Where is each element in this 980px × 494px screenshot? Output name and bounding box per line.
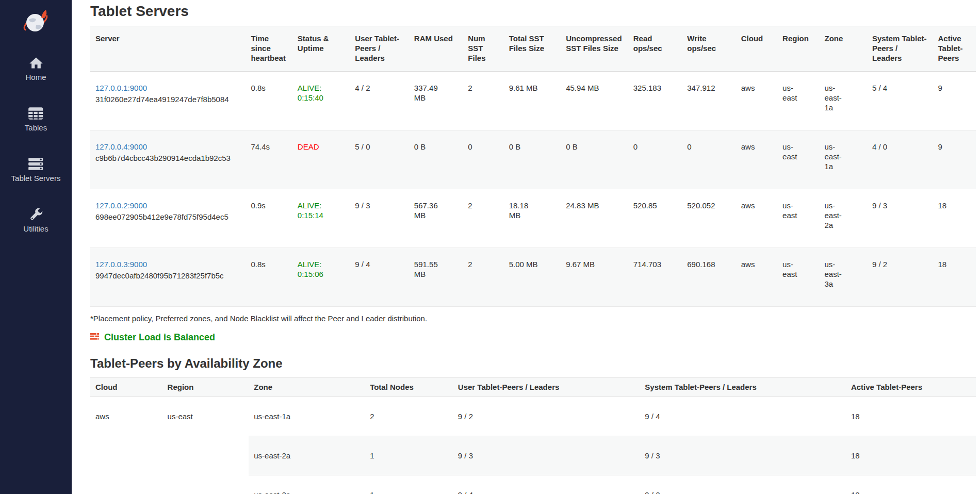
- servers-table-header-row: Server Time since heartbeat Status & Upt…: [90, 26, 976, 72]
- active-peers-cell: 9: [933, 130, 976, 189]
- num-sst-cell: 0: [463, 130, 503, 189]
- active-peers-cell: 18: [933, 189, 976, 248]
- col-header-user-peers: User Tablet-Peers / Leaders: [350, 26, 409, 72]
- col-header-system-peers: System Tablet-Peers / Leaders: [867, 26, 933, 72]
- heartbeat-cell: 0.8s: [246, 72, 292, 130]
- sidebar-item-label: Tablet Servers: [0, 174, 72, 183]
- cloud-cell: aws: [736, 72, 777, 130]
- col-header-uncompressed-sst: Uncompressed SST Files Size: [561, 26, 628, 72]
- sidebar-item-utilities[interactable]: Utilities: [0, 207, 72, 234]
- col-header-write-ops: Write ops/sec: [682, 26, 736, 72]
- table-row: 127.0.0.3:9000 9947dec0afb2480f95b71283f…: [90, 248, 976, 307]
- server-address-link[interactable]: 127.0.0.2:9000: [95, 201, 147, 210]
- col-header-sst-size: Total SST Files Size: [504, 26, 561, 72]
- server-uuid: 9947dec0afb2480f95b71283f25f7b5c: [95, 271, 240, 281]
- sidebar-item-label: Utilities: [0, 224, 72, 234]
- region-cell: us-east: [777, 189, 819, 248]
- uncompressed-sst-cell: 0 B: [561, 130, 628, 189]
- user-peers-cell: 9 / 2: [453, 397, 640, 436]
- uptime-value: 0:15:14: [298, 210, 345, 220]
- table-row: 127.0.0.1:9000 31f0260e27d74ea4919247de7…: [90, 72, 976, 130]
- active-peers-cell: 18: [846, 475, 976, 494]
- ram-cell: 591.55 MB: [409, 248, 463, 307]
- server-cell: 127.0.0.2:9000 698ee072905b412e9e78fd75f…: [90, 189, 246, 248]
- write-ops-cell: 690.168: [682, 248, 736, 307]
- uncompressed-sst-cell: 24.83 MB: [561, 189, 628, 248]
- col-header-num-sst: Num SST Files: [463, 26, 503, 72]
- active-peers-cell: 18: [933, 248, 976, 307]
- system-peers-cell: 9 / 3: [640, 436, 846, 475]
- col-header-heartbeat: Time since heartbeat: [246, 26, 292, 72]
- main-content: Tablet Servers Server Time since heartbe…: [72, 3, 980, 494]
- tablet-servers-icon: [0, 157, 72, 172]
- cluster-load-status-label: Cluster Load is Balanced: [104, 332, 215, 343]
- region-cell: us-east: [777, 72, 819, 130]
- col-header-ram: RAM Used: [409, 26, 463, 72]
- total-nodes-cell: 1: [365, 436, 453, 475]
- region-cell: us-east: [777, 248, 819, 307]
- total-nodes-cell: 1: [365, 475, 453, 494]
- read-ops-cell: 325.183: [628, 72, 682, 130]
- status-badge: ALIVE:: [298, 83, 345, 93]
- section-title-tablet-peers-by-zone: Tablet-Peers by Availability Zone: [90, 356, 976, 371]
- active-peers-cell: 18: [846, 436, 976, 475]
- server-cell: 127.0.0.4:9000 c9b6b7d4cbcc43b290914ecda…: [90, 130, 246, 189]
- read-ops-cell: 520.85: [628, 189, 682, 248]
- col-header-region: Region: [777, 26, 819, 72]
- uncompressed-sst-cell: 9.67 MB: [561, 248, 628, 307]
- cloud-cell: aws: [736, 130, 777, 189]
- cloud-cell: aws: [736, 189, 777, 248]
- region-cell: us-east: [162, 397, 249, 494]
- cluster-load-status: Cluster Load is Balanced: [90, 332, 976, 343]
- read-ops-cell: 0: [628, 130, 682, 189]
- num-sst-cell: 2: [463, 248, 503, 307]
- active-peers-cell: 9: [933, 72, 976, 130]
- col-header-zone: Zone: [819, 26, 867, 72]
- status-badge: ALIVE:: [298, 259, 345, 269]
- placement-policy-footnote: *Placement policy, Preferred zones, and …: [90, 314, 976, 323]
- load-balancer-icon: [90, 333, 99, 342]
- table-row: aws us-east us-east-1a 2 9 / 2 9 / 4 18: [90, 397, 976, 436]
- sidebar-item-home[interactable]: Home: [0, 56, 72, 82]
- status-badge: DEAD: [298, 142, 345, 152]
- status-cell: DEAD: [292, 130, 350, 189]
- sidebar: Home Tables: [0, 0, 72, 494]
- zone-cell: us-east-1a: [819, 130, 867, 189]
- system-peers-cell: 4 / 0: [867, 130, 933, 189]
- write-ops-cell: 520.052: [682, 189, 736, 248]
- write-ops-cell: 347.912: [682, 72, 736, 130]
- sst-size-cell: 0 B: [504, 130, 561, 189]
- col-header-status: Status & Uptime: [292, 26, 350, 72]
- uptime-value: 0:15:06: [298, 269, 345, 279]
- col-header-user-peers: User Tablet-Peers / Leaders: [453, 377, 640, 397]
- utilities-icon: [0, 207, 72, 223]
- cloud-cell: aws: [90, 397, 162, 494]
- server-address-link[interactable]: 127.0.0.3:9000: [95, 260, 147, 269]
- sst-size-cell: 18.18 MB: [504, 189, 561, 248]
- table-row: 127.0.0.4:9000 c9b6b7d4cbcc43b290914ecda…: [90, 130, 976, 189]
- col-header-total-nodes: Total Nodes: [365, 377, 453, 397]
- server-address-link[interactable]: 127.0.0.4:9000: [95, 142, 147, 151]
- system-peers-cell: 9 / 4: [640, 397, 846, 436]
- col-header-cloud: Cloud: [90, 377, 162, 397]
- server-address-link[interactable]: 127.0.0.1:9000: [95, 84, 147, 92]
- sidebar-item-label: Home: [0, 73, 72, 82]
- zone-cell: us-east-3a: [249, 475, 365, 494]
- zone-cell: us-east-2a: [819, 189, 867, 248]
- sidebar-item-tablet-servers[interactable]: Tablet Servers: [0, 157, 72, 183]
- yugabyte-logo[interactable]: [0, 0, 72, 41]
- region-cell: us-east: [777, 130, 819, 189]
- heartbeat-cell: 0.8s: [246, 248, 292, 307]
- home-icon: [0, 56, 72, 71]
- system-peers-cell: 9 / 2: [640, 475, 846, 494]
- sidebar-item-tables[interactable]: Tables: [0, 106, 72, 133]
- zone-cell: us-east-1a: [819, 72, 867, 130]
- tables-icon: [0, 106, 72, 122]
- col-header-active-peers: Active Tablet-Peers: [846, 377, 976, 397]
- system-peers-cell: 5 / 4: [867, 72, 933, 130]
- user-peers-cell: 5 / 0: [350, 130, 409, 189]
- col-header-region: Region: [162, 377, 249, 397]
- zones-table-header-row: Cloud Region Zone Total Nodes User Table…: [90, 377, 976, 397]
- user-peers-cell: 9 / 3: [453, 436, 640, 475]
- num-sst-cell: 2: [463, 72, 503, 130]
